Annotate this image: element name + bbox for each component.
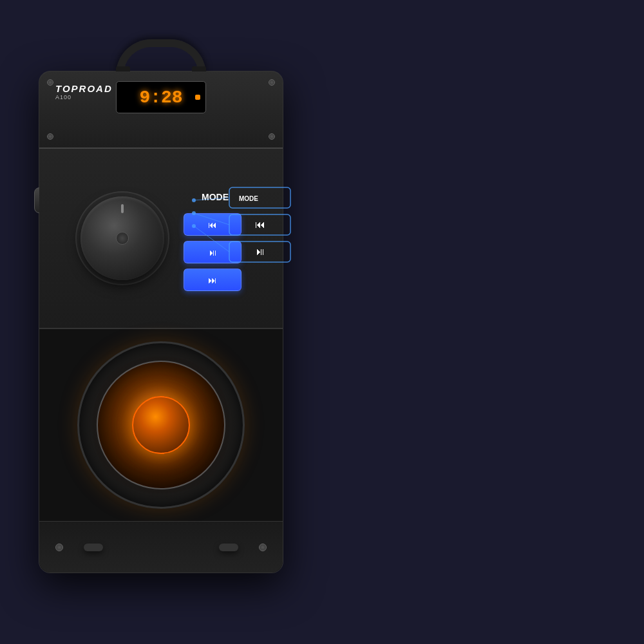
mode-label: MODE [202,192,229,202]
next-button[interactable]: ⏭ [184,269,242,291]
woofer-section [39,329,283,521]
play-pause-button[interactable]: ⏯ [184,241,242,263]
woofer-center [132,396,190,454]
display-indicator [195,95,200,100]
foot-left [84,544,103,551]
bottom-screw-left [55,544,63,551]
knob-indicator [121,204,124,213]
svg-text:MODE: MODE [239,195,258,202]
speaker-bottom [39,521,283,573]
display-time: 9:28 [139,88,182,108]
screw-top-right [269,79,275,86]
control-section: MODE ⏮ ⏯ ⏭ MODE ⏮ ⏯ [39,149,283,329]
svg-text:⏮: ⏮ [255,219,265,230]
foot-right [219,544,238,551]
woofer-mid [97,361,225,489]
screw-bottom-left [47,133,53,140]
knob-center [116,232,129,245]
brand-area: TOPROAD A100 ⚡ [55,83,113,100]
buttons-panel: MODE ⏮ ⏯ ⏭ [184,185,242,291]
display-screen: 9:28 [116,81,206,113]
speaker-feet [84,544,238,551]
screw-top-left [47,79,53,86]
brand-model: A100 [55,94,113,100]
top-panel: TOPROAD A100 ⚡ 9:28 [39,71,283,149]
mode-row: MODE [184,185,242,208]
bottom-screw-right [259,544,267,551]
speaker-body: TOPROAD A100 ⚡ 9:28 MODE [39,71,283,573]
screw-bottom-right [269,133,275,140]
volume-knob[interactable] [80,196,164,280]
brand-name: TOPROAD [55,83,113,94]
woofer-outer [77,341,245,509]
svg-text:⏯: ⏯ [255,246,265,257]
speaker-section: TOPROAD A100 ⚡ 9:28 MODE [0,0,322,644]
prev-button[interactable]: ⏮ [184,213,242,236]
